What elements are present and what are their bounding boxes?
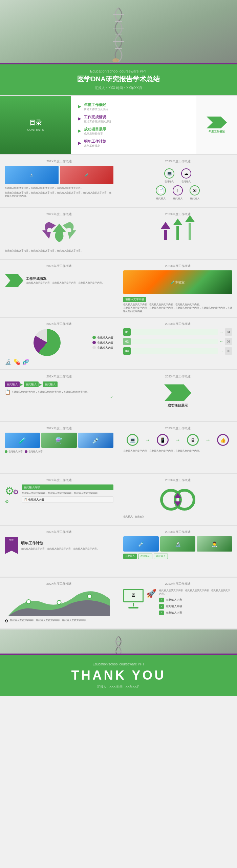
slide11b-content: 🖥 🚀 在此输入您的文字内容，在此输入您的文字内容，在此输入您的文字内容。 ✓ … bbox=[123, 589, 232, 617]
slide6a-icons: 🔬 💊 🧬 bbox=[5, 359, 113, 365]
toc-item-2: 工作完成情况 重点工作完成情况说明 bbox=[78, 115, 190, 123]
slide5b-content: 请输入文字内容 在此输入您的文字内容，在此输入您的文字内容，在此输入您的文字内容… bbox=[123, 295, 232, 313]
row-num-01: 01 bbox=[123, 328, 131, 336]
toc-left-panel: 目录 CONTENTS bbox=[0, 96, 71, 154]
row-num-05: 05 bbox=[225, 338, 232, 345]
next-year-graphic: 明年 明年工作计划 在此输入您的文字内容，在此输入您的文字内容，在此输入您的文字… bbox=[5, 537, 113, 554]
cloud-label: 在此输入 bbox=[181, 180, 191, 183]
slide10a-header: 202X年度工作概述 bbox=[5, 530, 113, 534]
upload-icon: ↑ bbox=[173, 185, 183, 195]
slide4a-header: 202X年度工作概述 bbox=[5, 212, 113, 216]
icon-up: ↑ 在此输入 bbox=[173, 185, 183, 200]
toc-items: 年度工作概述 简述工作情况及亮点 工作完成情况 重点工作完成情况说明 成功项目展… bbox=[71, 96, 196, 154]
stat-text-2: 在此输入内容 bbox=[28, 450, 43, 453]
toc-sub-4: 来年工作规划 bbox=[84, 144, 106, 148]
toc-right-chevron bbox=[207, 117, 227, 128]
slide7b-label: 成功项目展示 bbox=[168, 403, 188, 408]
slide4b-header: 202X年度工作概述 bbox=[123, 212, 232, 216]
slide5b-text2: 在此输入您的文字内容，在此输入您的文字内容，在此输入您的文字内容，在此输入您的文… bbox=[123, 306, 232, 313]
check-text-3: 在此输入内容 bbox=[166, 611, 182, 615]
toc-label-2: 工作完成情况 bbox=[84, 115, 111, 120]
slide9b-graphic bbox=[123, 484, 232, 515]
process-icon1: 📋 bbox=[5, 389, 10, 395]
info-box-2: 📋 在此输入内容 bbox=[22, 496, 113, 503]
row-num-02: 02 bbox=[123, 338, 131, 345]
icon-research1: 🔬 bbox=[5, 359, 12, 365]
toc-item-4: 明年工作计划 来年工作规划 bbox=[78, 139, 190, 148]
toc-arrow-3 bbox=[78, 129, 81, 133]
slide7b-header: 202X年度工作概述 bbox=[123, 374, 232, 379]
next-year-text: 明年工作计划 在此输入您的文字内容，在此输入您的文字内容，在此输入您的文字内容。 bbox=[21, 541, 99, 551]
slide11b-desc: 在此输入您的文字内容，在此输入您的文字内容，在此输入您的文字内容。 bbox=[159, 589, 232, 596]
slide6a-header: 202X年度工作概述 bbox=[5, 322, 113, 326]
row-arrow-right-3: → bbox=[219, 349, 223, 353]
thank-you-slide: Education/school courseware PPT THANK YO… bbox=[0, 629, 237, 696]
legend-label-3: 在此输入内容 bbox=[97, 346, 113, 350]
slide9b-header: 202X年度工作概述 bbox=[123, 478, 232, 482]
arrow-body-green2 bbox=[189, 223, 191, 240]
toc-right-label: 年度工作概述 bbox=[209, 130, 225, 133]
photo-8a-3: 💉 bbox=[78, 433, 113, 448]
slide5a-chevron-row: 工作完成情况 在此输入您的文字内容，在此输入您的文字内容，在此输入您的文字内容。 bbox=[5, 274, 113, 287]
node-3: 🖥 bbox=[187, 434, 199, 446]
check-2: ✓ 在此输入内容 bbox=[159, 604, 232, 609]
table-row-1: 01 → 04 bbox=[123, 328, 232, 336]
svg-point-13 bbox=[88, 594, 92, 598]
cover-meta: 汇报人：XXX 时间：XX年XX月 bbox=[95, 86, 142, 90]
slide-4b: 202X年度工作概述 bbox=[118, 208, 237, 259]
recycle-arrows-container bbox=[5, 219, 113, 249]
slide9a-gears: ⚙ ⚙ ⚙ bbox=[5, 484, 19, 504]
icon-mail: ✉ 在此输入 bbox=[190, 185, 200, 200]
photo-10b-3: 👨‍⚕️ bbox=[197, 536, 232, 552]
doc-label: 在此输入 bbox=[156, 197, 166, 200]
toc-sub-1: 简述工作情况及亮点 bbox=[84, 107, 108, 111]
arrow-group-1 bbox=[161, 222, 170, 240]
big-chevron-green bbox=[164, 384, 191, 401]
slide10b-header: 202X年度工作概述 bbox=[123, 530, 232, 534]
dna-background bbox=[0, 0, 237, 66]
toc-arrow-4 bbox=[78, 142, 81, 145]
arrow-group-3 bbox=[185, 215, 195, 240]
svg-point-11 bbox=[27, 600, 31, 604]
toc-sub-2: 重点工作完成情况说明 bbox=[84, 120, 111, 123]
slide5b-text: 在此输入您的文字内容，在此输入您的文字内容，在此输入您的文字内容。 bbox=[123, 303, 232, 306]
slide-4a: 202X年度工作概述 在此输入您的文字内容，在此输入您的文字内容，在此输入您的文… bbox=[0, 208, 118, 259]
chem-photo: 🧪 实验室 bbox=[123, 270, 232, 294]
photo-lab2: 🧪 bbox=[60, 166, 114, 184]
gear-group: ⚙ ⚙ bbox=[5, 484, 19, 497]
legend-dot-green bbox=[92, 336, 96, 339]
slide3b-diagram: 💻 在此输入 ☁ 在此输入 📄 在此输入 ↑ 在此输入 bbox=[123, 166, 232, 203]
slide-10b: 202X年度工作概述 💉 🔬 👨‍⚕️ 在此输入 在此输入 在此输入 bbox=[118, 526, 237, 577]
toc-label-1: 年度工作概述 bbox=[84, 102, 108, 107]
slide9b-text1: 在此输入 bbox=[123, 515, 133, 518]
check-text-1: 在此输入内容 bbox=[166, 598, 182, 602]
legend-dot-gray bbox=[92, 346, 96, 349]
slide4a-text: 在此输入您的文字内容，在此输入您的文字内容，在此输入您的文字内容。 bbox=[5, 249, 113, 252]
cover-subtitle: Education/school courseware PPT bbox=[90, 69, 147, 73]
slide5a-chevron bbox=[5, 274, 23, 287]
node-arrow-3: → bbox=[205, 437, 211, 443]
slide9a-text-boxes: 在此输入内容 在此输入您的文字内容，在此输入您的文字内容，在此输入您的文字内容。… bbox=[22, 484, 113, 503]
slide-5b: 202X年度工作概述 🧪 实验室 请输入文字内容 在此输入您的文字内容，在此输入… bbox=[118, 260, 237, 317]
row9: 202X年度工作概述 ⚙ ⚙ ⚙ 在此输入内容 在此输入您的文字内容，在此输入您… bbox=[0, 474, 237, 526]
row-arrow-right-1: → bbox=[219, 330, 223, 334]
slide3a-desc1: 在此输入您的文字内容，在此输入您的文字内容，在此输入您的文字内容。 bbox=[5, 186, 113, 190]
slide-6b: 202X年度工作概述 01 → 04 02 ← 05 03 bbox=[118, 318, 237, 369]
slide7a-process: 在此输入 ▶ 在此输入 ▶ 在此输入 📋 在此输入您的文字内容，在此输入您的文字… bbox=[5, 381, 113, 399]
monitor-base bbox=[128, 607, 138, 608]
process-step2: 在此输入 bbox=[24, 381, 39, 387]
slide11a-header: 202X年度工作概述 bbox=[5, 582, 113, 586]
cover-title: 医学DNA研究报告学术总结 bbox=[77, 75, 159, 84]
process-step3: 在此输入 bbox=[43, 381, 58, 387]
toc-right-graphic: 年度工作概述 bbox=[196, 96, 237, 154]
table-row-3: 03 → 06 bbox=[123, 347, 232, 355]
icon-research2: 💊 bbox=[14, 359, 20, 365]
slide9a-content: ⚙ ⚙ ⚙ 在此输入内容 在此输入您的文字内容，在此输入您的文字内容，在此输入您… bbox=[5, 484, 113, 504]
slide6a-content: 在此输入内容 在此输入内容 在此输入内容 bbox=[5, 329, 113, 356]
node-1: 💻 bbox=[127, 434, 138, 446]
thank-you-purple-line bbox=[0, 654, 237, 655]
icon-computer: 💻 在此输入 bbox=[164, 168, 174, 183]
slide3a-header: 202X年度工作概述 bbox=[5, 159, 113, 164]
svg-point-12 bbox=[57, 600, 61, 604]
monitor: 🖥 bbox=[123, 589, 144, 602]
